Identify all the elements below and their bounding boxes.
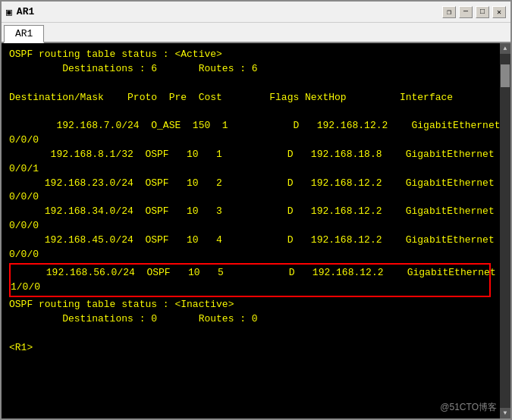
scrollbar[interactable]: ▲ ▼ (500, 43, 510, 418)
maximize-button[interactable]: □ (476, 6, 489, 18)
scroll-down-button[interactable]: ▼ (500, 408, 510, 418)
window-icon: ▣ (6, 6, 12, 18)
main-window: ▣ AR1 ❐ ─ □ ✕ AR1 OSPF routing table sta… (0, 0, 512, 420)
minimize-button[interactable]: ─ (459, 6, 473, 18)
scrollbar-thumb[interactable] (501, 64, 510, 87)
watermark: @51CTO博客 (440, 401, 497, 414)
close-button[interactable]: ✕ (492, 6, 506, 18)
terminal-output: OSPF routing table status : <Active> Des… (9, 48, 503, 262)
title-bar: ▣ AR1 ❐ ─ □ ✕ (2, 2, 510, 23)
prompt-line: <R1> (9, 341, 503, 356)
tab-bar: AR1 (2, 23, 510, 43)
tab-ar1[interactable]: AR1 (4, 25, 44, 43)
terminal[interactable]: OSPF routing table status : <Active> Des… (2, 43, 510, 418)
title-bar-left: ▣ AR1 (6, 6, 34, 18)
terminal-output-after: OSPF routing table status : <Inactive> D… (9, 298, 503, 341)
scroll-up-button[interactable]: ▲ (500, 43, 510, 54)
window-title: AR1 (17, 6, 34, 17)
highlighted-line1: 192.168.56.0/24 OSPF 10 5 D 192.168.12.2… (11, 266, 489, 295)
highlighted-row: 192.168.56.0/24 OSPF 10 5 D 192.168.12.2… (9, 263, 491, 298)
restore-button[interactable]: ❐ (442, 6, 456, 18)
title-bar-controls: ❐ ─ □ ✕ (442, 6, 506, 18)
